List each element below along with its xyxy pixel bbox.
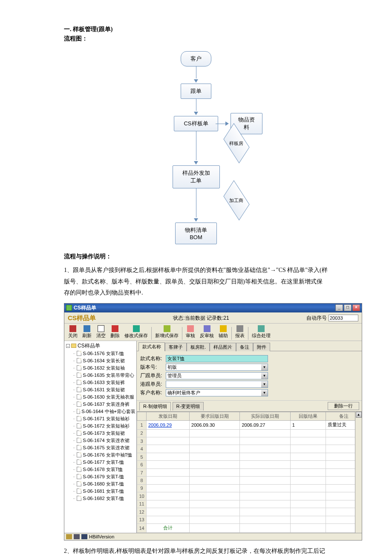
chevron-down-icon[interactable]: ▼ xyxy=(261,372,268,379)
tree-item[interactable]: ··S-06-1677 女装T-恤 xyxy=(65,459,135,466)
col-result[interactable]: 回版结果 xyxy=(290,412,326,420)
table-row[interactable]: 6 xyxy=(137,461,362,468)
tb-unaudit[interactable]: 反审核 xyxy=(198,324,216,340)
explain-label: 流程与操作说明： xyxy=(64,253,328,260)
tab-image[interactable]: 样品图片 xyxy=(210,343,236,351)
tb-save-modify[interactable]: 修改式保存 xyxy=(122,324,150,340)
maximize-button[interactable]: □ xyxy=(344,304,352,311)
tab-customer-brand[interactable]: 客牌子 xyxy=(165,343,187,351)
table-row[interactable]: 8 xyxy=(137,477,362,484)
col-actual-date[interactable]: 实际回版日期 xyxy=(240,412,290,420)
table-row[interactable]: 11 xyxy=(137,500,362,508)
tree-pane[interactable]: - CS样品单 ··S-06-1576 女装T-恤··S-06-1634 女装长… xyxy=(64,341,137,533)
tab-room[interactable]: 板房鞋. xyxy=(187,343,210,351)
tree-item[interactable]: ··S-06-1680 女装T-恤 xyxy=(65,480,135,488)
table-row[interactable]: 12 xyxy=(137,508,362,516)
tab-attach[interactable]: 附件 xyxy=(253,343,270,351)
table-row[interactable]: 4 xyxy=(137,445,362,453)
tree-collapse-icon[interactable]: - xyxy=(66,344,70,348)
flow-node-cs-order: CS样板单 xyxy=(174,116,218,131)
chevron-down-icon[interactable]: ▼ xyxy=(261,389,268,396)
col-require-date[interactable]: 要求回版日期 xyxy=(190,412,240,420)
tb-save-new[interactable]: 新增式保存 xyxy=(153,324,181,340)
tb-clear[interactable]: 清空 xyxy=(94,324,108,340)
table-row[interactable]: 2 xyxy=(137,429,362,437)
file-icon xyxy=(77,380,81,385)
tab-remark[interactable]: 备注 xyxy=(236,343,253,351)
tree-item[interactable]: ··S-06-1576 女装T-恤 xyxy=(65,350,135,357)
tree-item[interactable]: ··S-06-1632 女装短袖 xyxy=(65,364,135,372)
col-issue-date[interactable]: 发版日期 xyxy=(147,412,190,420)
combo-version[interactable] xyxy=(166,364,268,371)
subtab-make-detail[interactable]: R-制做明细 xyxy=(139,402,171,411)
file-icon xyxy=(77,365,81,370)
tb-audit[interactable]: 审核 xyxy=(184,324,197,340)
section-heading: 一. 样板管理(跟单) xyxy=(64,26,328,33)
file-icon xyxy=(77,402,81,407)
tb-help[interactable]: 辅助 xyxy=(216,324,230,340)
table-row[interactable]: 3 xyxy=(137,437,362,445)
flow-node-follow: 跟单 xyxy=(181,84,211,99)
table-row[interactable]: 12006.09.292006.09.302006.09.271质量过关 xyxy=(137,420,362,429)
tree-item[interactable]: ··S-06-1676 女装中袖T恤 xyxy=(65,451,135,459)
status-icon-3[interactable] xyxy=(81,534,87,539)
table-row[interactable]: 14合计 xyxy=(137,523,362,532)
tree-item[interactable]: ··S-06-1673 女装短裙 xyxy=(65,430,135,437)
unaudit-icon xyxy=(204,325,210,332)
combo-hk-follower[interactable] xyxy=(166,381,268,388)
tree-item[interactable]: ··S-06-1678 女装T恤 xyxy=(65,466,135,473)
tb-delete[interactable]: 删除 xyxy=(108,324,122,340)
file-icon xyxy=(77,409,80,414)
refresh-icon xyxy=(84,325,90,332)
table-row[interactable]: 10 xyxy=(137,492,362,500)
grid-scrollbar[interactable]: ▲ xyxy=(355,412,362,533)
input-style-name[interactable] xyxy=(166,355,268,362)
auto-no-input[interactable] xyxy=(329,315,358,321)
close-button[interactable]: × xyxy=(352,304,360,311)
tree-item[interactable]: ··S-06-1682 女装T-恤 xyxy=(65,495,135,502)
flow-label: 流程图： xyxy=(64,35,328,43)
label-customer: 客户名称: xyxy=(140,389,166,396)
tree-item[interactable]: ··S-06-1631 女装短裙 xyxy=(65,386,135,393)
tree-item[interactable]: ··S-06-1635 女装吊带背心 xyxy=(65,372,135,379)
tb-combo[interactable]: 综合处理 xyxy=(250,324,273,340)
combo-icon xyxy=(258,325,265,332)
chevron-down-icon[interactable]: ▼ xyxy=(261,381,268,388)
tb-close[interactable]: 关闭 xyxy=(66,324,80,340)
tree-item[interactable]: ··S-06-1679 女装T-恤 xyxy=(65,473,135,480)
flow-node-outsource: 样品外发加工单 xyxy=(173,165,220,188)
table-row[interactable]: 13 xyxy=(137,516,362,523)
auto-no-label: 自动序号 xyxy=(306,315,327,322)
combo-customer[interactable] xyxy=(166,389,268,396)
toolbar: 关闭 刷新 清空 删除 修改式保存 新增式保存 审核 反审核 辅助 报表 综合处… xyxy=(64,323,362,341)
tree-item[interactable]: ··S-06-1681 女装T-恤 xyxy=(65,488,135,495)
table-row[interactable]: 5 xyxy=(137,453,362,460)
table-row[interactable]: 7 xyxy=(137,468,362,476)
status-icon-2[interactable] xyxy=(74,534,80,539)
tree-item[interactable]: ··S-06-1671 女装短袖衫 xyxy=(65,415,135,422)
tree-item[interactable]: ··S-06-1634 女装长裙 xyxy=(65,357,135,364)
status-icon-1[interactable] xyxy=(66,534,72,539)
tree-item[interactable]: ··S-06-1675 女装连衣裙 xyxy=(65,444,135,451)
tree-item[interactable]: ··S-06-1672 女装短袖衫 xyxy=(65,422,135,430)
tree-item[interactable]: ··S-06-1644 中袖+背心套装 xyxy=(65,408,135,415)
subtab-change-detail[interactable]: R-变更明细 xyxy=(173,402,204,410)
tab-style-name[interactable]: 款式名称 xyxy=(138,342,165,351)
tb-report[interactable]: 报表 xyxy=(233,324,247,340)
detail-grid[interactable]: 发版日期 要求回版日期 实际回版日期 回版结果 备注 12006.09.2920… xyxy=(137,411,362,533)
minimize-button[interactable]: _ xyxy=(335,304,343,311)
tree-root-label[interactable]: CS样品单 xyxy=(78,342,100,350)
help-icon xyxy=(220,325,227,332)
tree-item[interactable]: ··S-06-1674 女装连衣裙 xyxy=(65,437,135,444)
chevron-down-icon[interactable]: ▼ xyxy=(261,364,268,371)
form-area: 款式名称: 版本号: ▼ 厂跟单员: ▼ 港跟单员: ▼ xyxy=(137,351,362,400)
table-row[interactable]: 9 xyxy=(137,484,362,492)
tree-item[interactable]: ··S-06-1633 女装短裤 xyxy=(65,379,135,386)
file-icon xyxy=(77,481,81,486)
combo-factory-follower[interactable] xyxy=(166,372,268,379)
delete-row-button[interactable]: 删除一行 xyxy=(328,402,359,410)
scroll-up-icon[interactable]: ▲ xyxy=(356,412,362,418)
tree-item[interactable]: ··S-06-1630 女装无袖衣服 xyxy=(65,393,135,401)
tree-item[interactable]: ··S-06-1637 女装连身裤 xyxy=(65,401,135,408)
tb-refresh[interactable]: 刷新 xyxy=(80,324,94,340)
